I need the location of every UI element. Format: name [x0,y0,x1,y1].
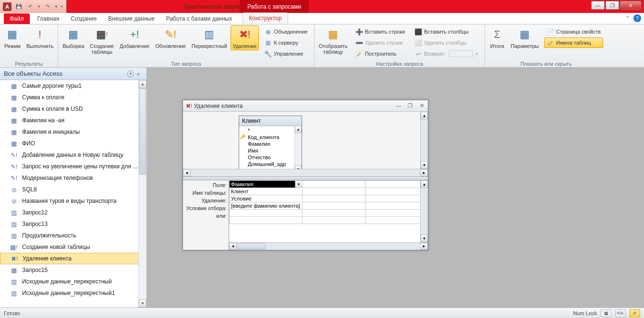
scroll-down-icon[interactable]: ▼ [421,161,428,169]
datasheet-view-button[interactable]: ▦ [601,309,611,317]
show-table-button[interactable]: ▦Отобразить таблицу [316,25,350,56]
access-app-icon[interactable]: A [2,2,12,12]
cell-delete[interactable]: Условие [230,195,303,202]
scroll-left-icon[interactable]: ◄ [183,169,191,177]
nav-item[interactable]: ▦Сумма к оплате [0,92,146,103]
query-window-titlebar[interactable]: ✖! Удаление клиента — ❐ ✕ [183,100,428,112]
parameters-button[interactable]: ▦Параметры [508,25,541,50]
scroll-up-icon[interactable]: ▲ [421,112,428,119]
nav-scrollbar[interactable]: ▲ ▼ [138,80,146,307]
nav-item[interactable]: ✎!Добавление данных в Новую таблицу [0,149,146,161]
nav-item[interactable]: ▥Запрос12 [0,207,146,218]
ribbon-minimize-icon[interactable]: ⌃ [624,14,632,22]
nav-item[interactable]: ▦Сумма к оплате в USD [0,103,146,115]
splitter[interactable] [183,177,428,180]
nav-item[interactable]: ▥Запрос13 [0,218,146,230]
view-button[interactable]: ▦Режим [2,25,23,50]
nav-item[interactable]: ▥Исходные данные_перекрестный [0,276,146,287]
field-item[interactable]: Отчество [239,154,302,161]
nav-item[interactable]: ⊘SQL8 [0,184,146,195]
nav-item[interactable]: ▦Запрос15 [0,264,146,276]
nav-item[interactable]: ▦!Создание новой таблицы [0,241,146,253]
passthrough-button[interactable]: ⊞К серверу [262,37,310,48]
append-button[interactable]: +!Добавление [117,25,152,50]
grid-vscrollbar[interactable]: ▲▼ [420,180,428,242]
field-item[interactable]: Фамилия [239,141,302,147]
scroll-thumb[interactable] [139,88,146,175]
minimize-button[interactable]: — [591,1,605,10]
grid-cell[interactable] [303,202,365,210]
qat-customize-icon[interactable]: ▾ [60,2,64,12]
cell-table[interactable]: Клиент [230,188,303,195]
nav-item[interactable]: ▥Продолжительность [0,230,146,241]
redo-icon[interactable]: ↷ [42,2,53,12]
nav-item[interactable]: ✎!Запрос на увеличение цены путевки для … [0,161,146,172]
pane-vscrollbar[interactable]: ▲▼ [420,112,428,169]
grid-cell[interactable] [303,181,365,188]
scroll-down-icon[interactable]: ▼ [139,299,146,307]
table-box[interactable]: Клиент *Код_клиентаФамилияИмяОтчествоДом… [239,116,302,173]
cell-field[interactable]: Фамилия▼ [230,181,303,188]
insert-columns-button[interactable]: ⬛Вставить столбцы [412,26,481,37]
scroll-thumb[interactable] [237,243,266,249]
totals-button[interactable]: ΣИтоги [487,25,507,50]
return-button[interactable]: ↩Возврат:▼ [412,48,481,59]
tab-external-data[interactable]: Внешние данные [102,13,160,24]
make-table-button[interactable]: ▦!Создание таблицы [87,25,116,56]
scroll-up-icon[interactable]: ▲ [139,80,146,88]
nav-header[interactable]: Все объекты Access ▾ « [0,68,146,80]
grid-cell[interactable] [365,210,428,217]
grid-cell[interactable] [303,188,365,195]
scroll-right-icon[interactable]: ► [420,169,428,177]
design-view-button[interactable]: ✐ [630,309,640,317]
crosstab-button[interactable]: ▥Перекрестный [189,25,230,50]
scroll-up-icon[interactable]: ▲ [421,180,428,188]
property-sheet-button[interactable]: 📄Страница свойств [544,26,603,37]
cell-or[interactable] [230,210,303,217]
nav-item[interactable]: ✎!Модернизация телефонов [0,172,146,184]
grid-cell[interactable] [365,181,428,188]
subwin-close-icon[interactable]: ✕ [418,103,425,109]
tab-file[interactable]: Файл [4,13,30,24]
close-button[interactable]: ✕ [620,1,641,10]
update-button[interactable]: ✎!Обновление [153,25,188,50]
save-icon[interactable]: 💾 [13,2,24,12]
scroll-left-icon[interactable]: ◄ [229,243,237,250]
nav-item[interactable]: ▦Фамилия и инициалы [0,126,146,138]
tab-design[interactable]: Конструктор [243,12,288,24]
table-pane[interactable]: Клиент *Код_клиентаФамилияИмяОтчествоДом… [183,112,428,177]
tab-create[interactable]: Создание [65,13,102,24]
union-button[interactable]: ⊕Объединение [262,26,310,37]
run-button[interactable]: !Выполнить [24,25,56,50]
tab-home[interactable]: Главная [32,13,65,24]
grid-cell[interactable] [365,202,428,210]
grid-cells[interactable]: Фамилия▼ Клиент Условие [введите фамилию… [229,180,428,250]
undo-dropdown-icon[interactable]: ▼ [36,2,41,12]
sql-view-button[interactable]: SQL [615,309,626,317]
subwin-restore-icon[interactable]: ❐ [407,103,413,109]
field-item[interactable]: Имя [239,147,302,154]
table-scrollbar[interactable]: ▲ ▼ [294,126,302,173]
insert-rows-button[interactable]: ➕Вставить строки [353,26,407,37]
grid-cell[interactable] [303,217,365,224]
nav-filter-icon[interactable]: ▾ [127,71,134,77]
tab-database-tools[interactable]: Работа с базами данных [160,13,238,24]
data-definition-button[interactable]: 🔧Управление [262,48,310,59]
table-names-button[interactable]: ᵪʸИмена таблиц [544,37,603,48]
subwin-minimize-icon[interactable]: — [395,103,402,109]
undo-icon[interactable]: ↶ [25,2,36,12]
grid-cell[interactable] [303,210,365,217]
maximize-button[interactable]: ❐ [606,1,619,10]
grid-cell[interactable] [365,217,428,224]
help-icon[interactable]: ? [633,14,641,22]
cell-criteria[interactable]: [введите фамилию клиента] [230,202,303,210]
table-box-header[interactable]: Клиент [239,116,302,126]
grid-cell[interactable] [303,195,365,202]
nav-item[interactable]: ▦Фамилии на -ая [0,115,146,126]
field-item[interactable]: Код_клиента [239,134,302,141]
field-item[interactable]: * [239,127,302,134]
grid-cell[interactable] [365,188,428,195]
nav-item[interactable]: ▦ФИО [0,138,146,149]
delete-rows-button[interactable]: ➖Удалить строки [353,37,407,48]
grid-hscrollbar[interactable]: ◄► [229,242,428,250]
